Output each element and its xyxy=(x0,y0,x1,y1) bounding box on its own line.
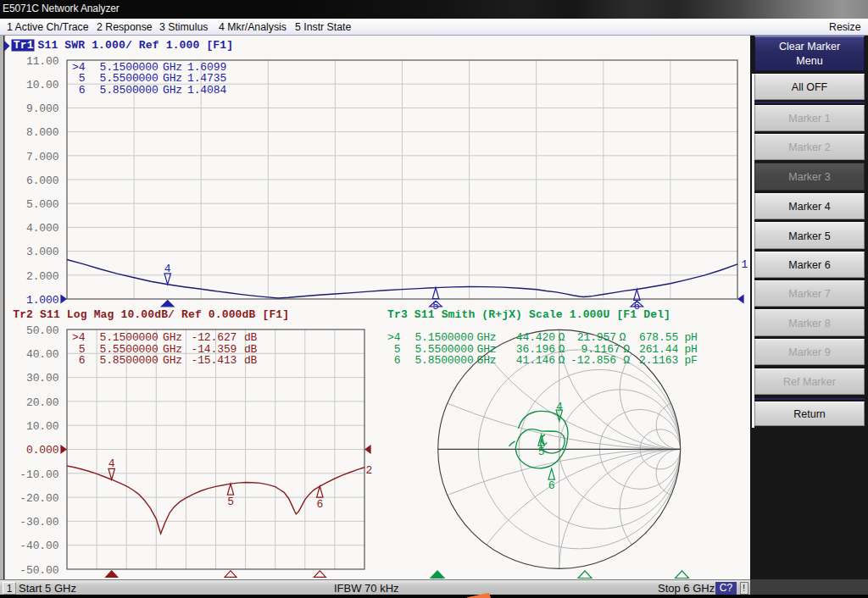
svg-text:5.8500000: 5.8500000 xyxy=(415,354,473,367)
svg-text:40.00: 40.00 xyxy=(26,348,59,361)
svg-text:3.000: 3.000 xyxy=(26,246,59,258)
svg-text:5.8500000: 5.8500000 xyxy=(100,84,159,97)
svg-text:-40.00: -40.00 xyxy=(19,540,58,552)
svg-text:Tr3 S11 Smith (R+jX) Scale 1.0: Tr3 S11 Smith (R+jX) Scale 1.000U [F1 De… xyxy=(387,308,670,321)
svg-text:2.000: 2.000 xyxy=(26,270,59,283)
svg-text:20.00: 20.00 xyxy=(26,396,59,409)
svg-text:S11 SWR 1.000/ Ref 1.000 [F1]: S11 SWR 1.000/ Ref 1.000 [F1] xyxy=(38,39,234,52)
svg-text:0.000: 0.000 xyxy=(26,444,59,457)
svg-text:5: 5 xyxy=(538,446,545,458)
svg-text:dB: dB xyxy=(244,354,258,367)
svg-text:-12.856: -12.856 xyxy=(570,354,616,367)
svg-text:1: 1 xyxy=(742,258,748,271)
svg-text:-20.00: -20.00 xyxy=(19,492,58,505)
svg-text:6.000: 6.000 xyxy=(26,174,59,187)
svg-text:-30.00: -30.00 xyxy=(19,516,58,529)
svg-text:4: 4 xyxy=(556,401,563,413)
svg-text:GHz: GHz xyxy=(477,354,497,367)
svg-text:9.000: 9.000 xyxy=(26,102,59,115)
svg-text:50.00: 50.00 xyxy=(26,324,59,337)
svg-text:41.146: 41.146 xyxy=(516,354,555,367)
svg-text:6: 6 xyxy=(79,354,86,367)
svg-text:-10.00: -10.00 xyxy=(19,468,58,481)
svg-text:GHz: GHz xyxy=(163,84,182,97)
svg-text:Tr2 S11 Log Mag 10.00dB/ Ref 0: Tr2 S11 Log Mag 10.00dB/ Ref 0.000dB [F1… xyxy=(13,308,289,321)
svg-text:2.1163: 2.1163 xyxy=(639,354,678,367)
svg-text:-50.00: -50.00 xyxy=(19,564,58,577)
svg-text:10.00: 10.00 xyxy=(26,420,59,433)
svg-text:7.000: 7.000 xyxy=(26,151,59,163)
svg-text:Ω: Ω xyxy=(623,354,630,367)
svg-text:Tr1: Tr1 xyxy=(14,39,34,52)
svg-text:1.000: 1.000 xyxy=(26,294,59,307)
svg-text:4: 4 xyxy=(108,457,115,470)
svg-text:6: 6 xyxy=(548,479,555,492)
svg-text:5: 5 xyxy=(227,496,234,508)
svg-text:2: 2 xyxy=(366,464,373,477)
svg-text:4: 4 xyxy=(164,263,171,275)
svg-text:8.000: 8.000 xyxy=(26,126,59,139)
svg-text:5.8500000: 5.8500000 xyxy=(100,354,159,367)
svg-text:5.000: 5.000 xyxy=(26,198,59,211)
svg-text:6: 6 xyxy=(79,84,86,97)
svg-text:11.00: 11.00 xyxy=(26,55,59,68)
svg-text:10.00: 10.00 xyxy=(26,79,59,91)
svg-text:-15.413: -15.413 xyxy=(192,354,237,367)
svg-text:GHz: GHz xyxy=(163,354,182,367)
svg-text:6: 6 xyxy=(394,354,401,367)
svg-text:pF: pF xyxy=(685,354,698,367)
svg-text:Ω: Ω xyxy=(559,354,565,367)
svg-text:6: 6 xyxy=(316,498,323,511)
svg-text:30.00: 30.00 xyxy=(26,372,59,385)
svg-text:1.4084: 1.4084 xyxy=(187,84,226,97)
svg-text:4.000: 4.000 xyxy=(26,222,59,235)
